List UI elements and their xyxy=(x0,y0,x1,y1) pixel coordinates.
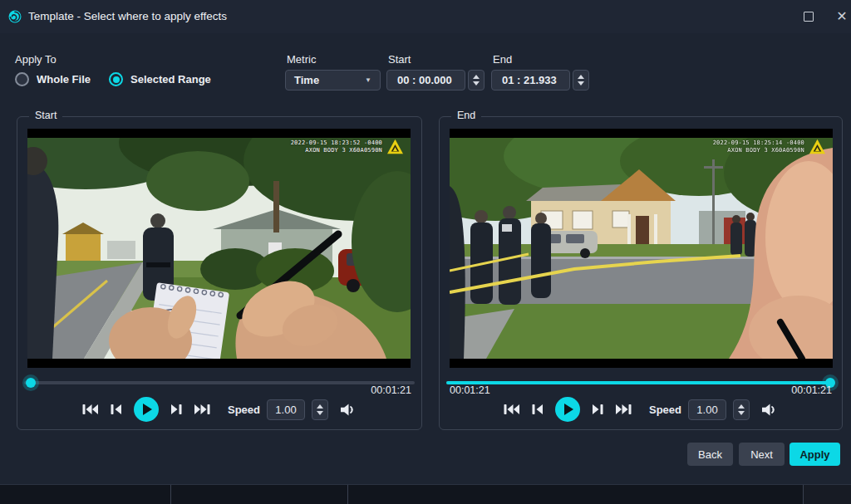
start-time-input[interactable]: 00 : 00.000 xyxy=(386,70,465,91)
start-time-stepper[interactable] xyxy=(468,70,485,91)
start-seek-thumb[interactable] xyxy=(26,378,36,388)
timeline-divider xyxy=(170,485,171,504)
spin-up-icon[interactable] xyxy=(473,75,480,79)
metric-label: Metric xyxy=(287,53,316,66)
spin-down-icon[interactable] xyxy=(317,411,323,415)
volume-icon xyxy=(762,404,778,416)
skip-to-start-icon xyxy=(504,404,519,415)
dialog-title: Template - Select where to apply effects xyxy=(28,10,227,22)
skip-to-start-icon xyxy=(82,404,98,415)
skip-to-end-icon xyxy=(616,404,632,415)
end-speed-stepper[interactable] xyxy=(733,399,750,420)
volume-icon xyxy=(341,404,357,416)
radio-selected-range-label: Selected Range xyxy=(130,73,211,86)
maximize-button[interactable] xyxy=(794,0,823,33)
radio-whole-file-circle-icon[interactable] xyxy=(15,72,29,86)
background-app-timeline xyxy=(0,484,851,504)
start-speed-control: Speed 1.00 xyxy=(228,399,328,420)
end-volume-button[interactable] xyxy=(762,404,778,416)
spin-down-icon[interactable] xyxy=(578,81,584,86)
start-next-frame-button[interactable] xyxy=(171,404,182,415)
radio-whole-file[interactable]: Whole File xyxy=(15,72,91,86)
next-frame-icon xyxy=(593,404,603,415)
start-play-button[interactable] xyxy=(134,397,159,422)
end-duration-label: 00:01:21 xyxy=(791,384,832,396)
start-speed-stepper[interactable] xyxy=(312,399,328,420)
start-speed-label: Speed xyxy=(228,404,260,416)
start-speed-input[interactable]: 1.00 xyxy=(267,399,305,420)
timeline-right-panel xyxy=(803,485,851,504)
app-logo-spiral-icon xyxy=(7,9,22,24)
start-overlay-timestamp: 2022-09-15 18:23:52 -0400 xyxy=(291,139,382,147)
spin-up-icon[interactable] xyxy=(578,75,584,79)
metric-select[interactable]: Time ▼ xyxy=(285,70,381,91)
apply-to-label: Apply To xyxy=(15,53,57,66)
end-transport-controls: Speed 1.00 xyxy=(440,396,842,423)
close-button[interactable]: ✕ xyxy=(828,0,851,33)
start-time-control: 00 : 00.000 xyxy=(386,70,485,91)
timeline-divider xyxy=(347,485,348,504)
end-video-frame xyxy=(450,138,833,359)
start-prev-frame-button[interactable] xyxy=(111,404,121,415)
end-speed-input[interactable]: 1.00 xyxy=(688,399,726,420)
start-skip-to-end-button[interactable] xyxy=(194,404,210,415)
start-video-overlay: 2022-09-15 18:23:52 -0400 AXON BODY 3 X6… xyxy=(291,139,382,154)
end-position-label: 00:01:21 xyxy=(450,384,490,396)
end-speed-label: Speed xyxy=(649,404,681,416)
spin-up-icon[interactable] xyxy=(317,404,323,409)
spin-up-icon[interactable] xyxy=(738,404,745,409)
end-field-label: End xyxy=(493,53,512,66)
start-volume-button[interactable] xyxy=(341,404,357,416)
start-video-frame xyxy=(27,138,411,359)
maximize-icon xyxy=(804,12,814,22)
prev-frame-icon xyxy=(111,404,121,415)
spin-down-icon[interactable] xyxy=(473,81,480,86)
end-panel-legend: End xyxy=(451,110,481,121)
apply-button[interactable]: Apply xyxy=(790,443,840,466)
start-seek-track[interactable] xyxy=(24,381,415,384)
axon-logo-icon xyxy=(809,139,826,154)
end-play-button[interactable] xyxy=(555,397,580,422)
end-time-stepper[interactable] xyxy=(573,70,589,91)
end-seek-bar[interactable] xyxy=(446,377,835,389)
radio-whole-file-label: Whole File xyxy=(37,73,91,86)
start-field-label: Start xyxy=(388,53,411,66)
skip-to-end-icon xyxy=(194,404,210,415)
end-time-control: 01 : 21.933 xyxy=(491,70,589,91)
start-duration-label: 00:01:21 xyxy=(371,384,411,396)
back-button[interactable]: Back xyxy=(687,443,733,466)
end-time-input[interactable]: 01 : 21.933 xyxy=(491,70,570,91)
end-prev-frame-button[interactable] xyxy=(532,404,543,415)
start-video-preview[interactable]: 2022-09-15 18:23:52 -0400 AXON BODY 3 X6… xyxy=(27,129,411,368)
end-video-preview[interactable]: 2022-09-15 18:25:14 -0400 AXON BODY 3 X6… xyxy=(450,129,833,368)
start-seek-bar[interactable] xyxy=(24,377,415,389)
end-skip-to-start-button[interactable] xyxy=(504,404,519,415)
radio-selected-range-circle-icon[interactable] xyxy=(109,72,123,86)
apply-effects-dialog: Template - Select where to apply effects… xyxy=(0,0,851,484)
end-next-frame-button[interactable] xyxy=(593,404,603,415)
start-skip-to-start-button[interactable] xyxy=(82,404,98,415)
axon-logo-icon xyxy=(386,139,404,154)
titlebar: Template - Select where to apply effects… xyxy=(0,0,851,33)
end-speed-control: Speed 1.00 xyxy=(649,399,750,420)
prev-frame-icon xyxy=(532,404,543,415)
next-button[interactable]: Next xyxy=(739,443,785,466)
screen: Template - Select where to apply effects… xyxy=(0,0,851,504)
spin-down-icon[interactable] xyxy=(738,411,745,415)
end-video-overlay: 2022-09-15 18:25:14 -0400 AXON BODY 3 X6… xyxy=(713,139,804,154)
play-icon xyxy=(564,404,573,415)
end-seek-fill xyxy=(446,381,832,384)
end-panel: End xyxy=(439,116,843,430)
end-skip-to-end-button[interactable] xyxy=(616,404,632,415)
radio-selected-range[interactable]: Selected Range xyxy=(109,72,211,86)
apply-to-radio-group: Whole File Selected Range xyxy=(15,72,211,86)
close-icon: ✕ xyxy=(836,10,847,23)
start-panel: Start xyxy=(17,116,422,430)
metric-value: Time xyxy=(294,74,319,86)
end-overlay-camera-id: AXON BODY 3 X60A0590N xyxy=(713,147,804,154)
start-transport-controls: Speed 1.00 xyxy=(17,396,421,423)
start-overlay-camera-id: AXON BODY 3 X60A0590N xyxy=(291,147,382,154)
chevron-down-icon: ▼ xyxy=(365,76,371,84)
play-icon xyxy=(143,404,152,415)
end-overlay-timestamp: 2022-09-15 18:25:14 -0400 xyxy=(713,139,804,147)
